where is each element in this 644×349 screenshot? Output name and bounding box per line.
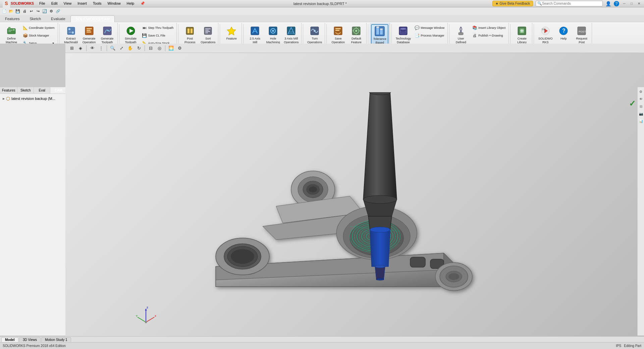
menu-help[interactable]: Help — [124, 1, 137, 6]
right-panel-view[interactable]: 👁 — [638, 96, 644, 102]
menu-file[interactable]: File — [37, 1, 48, 6]
sort-operations-icon — [203, 25, 213, 36]
sw-brand-text: SOLIDWORKS — [11, 2, 34, 5]
publish-drawing-label: Publish +-Drawing — [478, 34, 503, 37]
message-window-button[interactable]: 💬 Message Window — [413, 24, 446, 32]
feature-tree-panel: Features Sketch Eval CAM ▶ ⬡ latest revi… — [0, 87, 67, 336]
svg-point-111 — [375, 265, 385, 268]
post-process-button[interactable]: PostProcess — [181, 24, 199, 45]
right-panel-analysis[interactable]: 📊 — [638, 118, 644, 124]
save-cl-file-button[interactable]: 💾 Save CL File — [140, 32, 175, 39]
publish-drawing-button[interactable]: 🖨 Publish +-Drawing — [470, 32, 507, 39]
menu-pin[interactable]: 📌 — [138, 1, 148, 6]
section-view-button[interactable]: ⊟ — [147, 45, 154, 52]
svg-point-16 — [107, 30, 109, 31]
zoom-fit-button[interactable]: ⤢ — [118, 45, 125, 52]
panel-tab-evaluate[interactable]: Eval — [34, 87, 50, 94]
menu-edit[interactable]: Edit — [49, 1, 60, 6]
process-manager-button[interactable]: 📑 Process Manager — [413, 32, 446, 39]
close-button[interactable]: ✕ — [637, 1, 641, 6]
bottom-tab-model[interactable]: Model — [1, 337, 18, 342]
svg-line-113 — [146, 317, 154, 322]
step-thru-toolpath-button[interactable]: ⏭ Step Thru Toolpath — [140, 24, 175, 32]
qa-new[interactable]: 📄 — [1, 8, 7, 14]
model-canvas[interactable]: X Y Z — [65, 53, 644, 342]
qa-open[interactable]: 📂 — [8, 8, 14, 14]
define-machine-button[interactable]: DefineMachine — [3, 24, 20, 45]
svg-rect-5 — [8, 30, 12, 31]
qa-undo[interactable]: ↩ — [28, 8, 34, 14]
save-cl-icon: 💾 — [142, 33, 147, 38]
beta-label: Give Beta Feedback — [499, 2, 530, 5]
pan-button[interactable]: ✋ — [126, 45, 134, 52]
hide-show-button[interactable]: 👁 — [89, 45, 96, 52]
tab-features[interactable]: Features — [0, 15, 24, 22]
right-panel-camera[interactable]: 📷 — [638, 111, 644, 117]
status-editing: Editing Part — [624, 344, 641, 348]
right-panel-section[interactable]: ⊟ — [638, 103, 644, 109]
menu-view[interactable]: View — [61, 1, 74, 6]
qa-save[interactable]: 💾 — [15, 8, 21, 14]
help-button[interactable]: ? Help — [555, 24, 572, 44]
search-input[interactable] — [542, 2, 596, 5]
menu-window[interactable]: Window — [105, 1, 123, 6]
stock-manager-button[interactable]: 📦 Stock Manager — [21, 32, 56, 39]
turn-operations-button[interactable]: TurnOperations — [306, 24, 323, 45]
user-account-icon[interactable]: 👤 — [605, 1, 611, 6]
bottom-tab-3d-views[interactable]: 3D Views — [19, 337, 41, 342]
user-tool-icon — [455, 25, 466, 36]
display-style-button[interactable]: ◈ — [77, 45, 84, 52]
qa-rebuild[interactable]: 🔄 — [42, 8, 48, 14]
sort-operations-button[interactable]: SortOperations — [199, 24, 217, 45]
maximize-button[interactable]: □ — [629, 1, 634, 6]
panel-tab-sketch[interactable]: Sketch — [17, 87, 34, 94]
svg-rect-37 — [335, 28, 341, 29]
panel-tab-cam[interactable]: CAM — [50, 87, 67, 94]
qa-print[interactable]: 🖨 — [21, 8, 28, 14]
request-post-icon: POST — [576, 25, 587, 36]
simulate-toolpath-label: SimulateToolpath — [125, 37, 137, 44]
qa-redo[interactable]: ↪ — [35, 8, 41, 14]
apply-scene-button[interactable]: 🌅 — [167, 45, 175, 52]
status-right: IPS Editing Part — [616, 344, 641, 348]
view-orient-button[interactable]: ⊞ — [68, 45, 75, 52]
sw-cam-options-icon: SW — [540, 25, 551, 36]
ribbon-tabs: Features Sketch Evaluate SOLIDWORKS CAM — [0, 15, 644, 22]
filters-button[interactable]: ⋮ — [97, 45, 105, 52]
stock-manager-label: Stock Manager — [29, 34, 49, 37]
svg-rect-95 — [410, 257, 425, 267]
tab-solidworks-cam[interactable]: SOLIDWORKS CAM — [70, 15, 115, 22]
technology-database-button[interactable]: TechnologyDatabase — [394, 24, 412, 45]
help-ribbon-icon: ? — [558, 25, 569, 36]
help-icon[interactable]: ? — [614, 1, 619, 6]
accept-checkmark[interactable]: ✓ — [629, 99, 636, 108]
status-edition: SOLIDWORKS Premium 2018 x64 Edition — [3, 344, 66, 348]
tolerance-based-icon — [374, 26, 385, 37]
view-settings-button[interactable]: ⚙ — [176, 45, 183, 52]
tab-evaluate[interactable]: Evaluate — [46, 15, 70, 22]
insert-library-button[interactable]: 📚 Insert Library Object — [470, 24, 507, 32]
feature-button[interactable]: Feature — [223, 24, 240, 44]
3-axis-mill-button[interactable]: 3 Axis MillOperations — [282, 24, 300, 45]
panel-tab-features[interactable]: Features — [0, 87, 17, 94]
simulate-toolpath-button[interactable]: SimulateToolpath — [122, 24, 140, 45]
view-selector-button[interactable]: ◎ — [156, 45, 163, 52]
tree-root-item[interactable]: ▶ ⬡ latest revision backup (M... — [1, 95, 65, 102]
rotate-button[interactable]: ↻ — [135, 45, 143, 52]
beta-feedback-button[interactable]: ★ Give Beta Feedback — [492, 1, 533, 6]
publish-drawing-icon: 🖨 — [472, 33, 477, 38]
menu-tools[interactable]: Tools — [90, 1, 104, 6]
bottom-tab-motion-study[interactable]: Motion Study 1 — [41, 337, 71, 342]
insert-library-label: Insert Library Object — [478, 26, 505, 30]
qa-3d-interconnect[interactable]: 🔗 — [55, 8, 61, 14]
message-window-label: Message Window — [421, 26, 444, 30]
tab-sketch[interactable]: Sketch — [24, 15, 46, 22]
qa-options[interactable]: ⚙ — [48, 8, 54, 14]
generate-toolpath-button[interactable]: GenerateToolpath — [99, 24, 116, 45]
svg-rect-10 — [69, 32, 71, 33]
menu-insert[interactable]: Insert — [75, 1, 90, 6]
minimize-button[interactable]: ─ — [622, 1, 627, 6]
coordinate-system-button[interactable]: 📐 Coordinate System — [21, 24, 56, 32]
zoom-select-button[interactable]: 🔍 — [109, 45, 116, 52]
right-panel-settings[interactable]: ⚙ — [638, 89, 644, 95]
